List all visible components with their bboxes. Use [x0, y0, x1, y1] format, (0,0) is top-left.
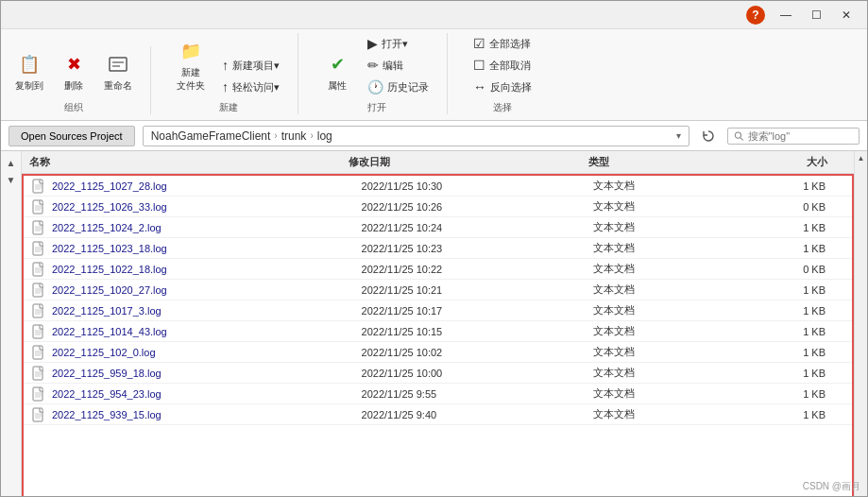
breadcrumb-part-1[interactable]: NoahGameFrameClient	[151, 129, 271, 143]
file-size: 1 KB	[748, 347, 844, 358]
open-sources-tab[interactable]: Open Sources Project	[9, 126, 135, 146]
copy-button[interactable]: 📋 复制到	[9, 46, 50, 97]
edit-button[interactable]: ✏ 编辑	[361, 55, 435, 76]
sidebar: ▲ ▼	[1, 151, 22, 497]
breadcrumb-sep-1: ›	[274, 130, 277, 141]
file-type: 文本文档	[593, 283, 748, 297]
new-item-icon: ↑	[222, 58, 229, 73]
close-button[interactable]: ✕	[833, 6, 859, 25]
file-type: 文本文档	[593, 262, 748, 276]
file-date: 2022/11/25 9:55	[362, 388, 594, 400]
ribbon: 📋 复制到 ✖ 删除 重命名 组织	[1, 29, 867, 121]
col-name-header[interactable]: 名称	[29, 155, 349, 169]
file-name: 2022_1125_1020_27.log	[52, 284, 362, 296]
file-size: 1 KB	[748, 222, 844, 233]
table-row[interactable]: 2022_1125_1023_18.log 2022/11/25 10:23 文…	[24, 238, 852, 259]
breadcrumb-part-3[interactable]: log	[317, 129, 332, 143]
file-name: 2022_1125_1014_43.log	[52, 326, 362, 337]
file-size: 1 KB	[748, 388, 844, 400]
properties-button[interactable]: ✔ 属性	[317, 46, 357, 97]
file-date: 2022/11/25 10:23	[362, 243, 594, 254]
rename-button[interactable]: 重命名	[97, 46, 139, 97]
col-size-header[interactable]: 大小	[748, 155, 847, 169]
ribbon-group-organize: 📋 复制到 ✖ 删除 重命名 组织	[9, 46, 151, 114]
select-all-button[interactable]: ☑ 全部选择	[467, 33, 538, 54]
file-size: 1 KB	[748, 284, 844, 296]
file-size: 1 KB	[748, 326, 844, 337]
ribbon-group-new: 📁 新建 文件夹 ↑ 新建项目▾ ↑ 轻松访问▾ 新建	[170, 33, 298, 114]
minimize-button[interactable]: —	[773, 6, 799, 25]
watermark: CSDN @画月	[803, 480, 860, 493]
sidebar-scroll-down[interactable]: ▼	[4, 172, 19, 187]
file-icon	[31, 366, 46, 381]
file-name: 2022_1125_1026_33.log	[52, 201, 362, 213]
file-type: 文本文档	[593, 241, 748, 255]
open-button[interactable]: ▶ 打开▾	[361, 33, 435, 54]
file-date: 2022/11/25 10:22	[362, 264, 594, 275]
table-row[interactable]: 2022_1125_1017_3.log 2022/11/25 10:17 文本…	[24, 300, 852, 321]
breadcrumb-part-2[interactable]: trunk	[281, 129, 307, 143]
table-row[interactable]: 2022_1125_1020_27.log 2022/11/25 10:21 文…	[24, 280, 852, 300]
col-type-header[interactable]: 类型	[588, 155, 748, 169]
file-icon	[31, 262, 46, 277]
file-name: 2022_1125_1017_3.log	[52, 305, 362, 317]
new-folder-button[interactable]: 📁 新建 文件夹	[170, 33, 212, 97]
table-row[interactable]: 2022_1125_1024_2.log 2022/11/25 10:24 文本…	[24, 217, 852, 238]
sidebar-scroll-up[interactable]: ▲	[4, 155, 19, 170]
file-type: 文本文档	[593, 179, 748, 193]
file-icon	[31, 179, 46, 194]
file-type: 文本文档	[593, 407, 748, 421]
file-icon	[31, 324, 46, 339]
new-buttons: 📁 新建 文件夹 ↑ 新建项目▾ ↑ 轻松访问▾	[170, 33, 286, 97]
easy-access-button[interactable]: ↑ 轻松访问▾	[215, 77, 286, 97]
file-date: 2022/11/25 10:24	[362, 222, 594, 233]
search-box	[727, 128, 859, 145]
easy-access-icon: ↑	[222, 79, 229, 94]
file-name: 2022_1125_959_18.log	[52, 368, 362, 379]
maximize-button[interactable]: ☐	[803, 6, 829, 25]
table-row[interactable]: 2022_1125_1022_18.log 2022/11/25 10:22 文…	[24, 259, 852, 280]
file-icon	[31, 241, 46, 256]
organize-buttons: 📋 复制到 ✖ 删除 重命名	[9, 46, 139, 97]
delete-button[interactable]: ✖ 删除	[54, 46, 94, 97]
file-date: 2022/11/25 10:21	[362, 284, 594, 296]
file-date: 2022/11/25 10:26	[362, 201, 594, 213]
table-row[interactable]: 2022_1125_1014_43.log 2022/11/25 10:15 文…	[24, 321, 852, 342]
file-date: 2022/11/25 10:17	[362, 305, 594, 317]
col-date-header[interactable]: 修改日期	[349, 155, 588, 169]
new-item-button[interactable]: ↑ 新建项目▾	[215, 55, 286, 76]
file-date: 2022/11/25 10:00	[362, 368, 594, 379]
file-icon	[31, 386, 46, 402]
new-folder-icon: 📁	[178, 38, 204, 64]
refresh-button[interactable]	[697, 125, 720, 147]
file-type: 文本文档	[593, 386, 748, 401]
table-row[interactable]: 2022_1125_939_15.log 2022/11/25 9:40 文本文…	[24, 404, 852, 425]
address-bar: Open Sources Project NoahGameFrameClient…	[1, 121, 867, 151]
file-icon	[31, 283, 46, 298]
file-icon	[31, 199, 46, 214]
rename-icon	[105, 51, 131, 77]
history-button[interactable]: 🕐 历史记录	[361, 77, 435, 97]
file-type: 文本文档	[593, 199, 748, 214]
table-row[interactable]: 2022_1125_1026_33.log 2022/11/25 10:26 文…	[24, 197, 852, 217]
file-type: 文本文档	[593, 220, 748, 234]
file-date: 2022/11/25 10:02	[362, 347, 594, 358]
file-date: 2022/11/25 10:30	[362, 180, 594, 192]
file-rows: 2022_1125_1027_28.log 2022/11/25 10:30 文…	[22, 174, 854, 497]
ribbon-group-select: ☑ 全部选择 ☐ 全部取消 ↔ 反向选择 选择	[467, 33, 550, 114]
invert-select-button[interactable]: ↔ 反向选择	[467, 77, 538, 97]
edit-icon: ✏	[367, 58, 379, 73]
breadcrumb-dropdown-icon[interactable]: ▾	[676, 130, 681, 141]
organize-label: 组织	[64, 101, 83, 114]
table-row[interactable]: 2022_1125_1027_28.log 2022/11/25 10:30 文…	[24, 176, 852, 197]
table-row[interactable]: 2022_1125_959_18.log 2022/11/25 10:00 文本…	[24, 363, 852, 384]
file-size: 1 KB	[748, 305, 844, 317]
title-bar-controls: ? — ☐ ✕	[746, 6, 859, 25]
table-row[interactable]: 2022_1125_954_23.log 2022/11/25 9:55 文本文…	[24, 384, 852, 404]
search-input[interactable]	[748, 130, 853, 142]
select-all-icon: ☑	[473, 36, 485, 51]
file-size: 0 KB	[748, 264, 844, 275]
table-row[interactable]: 2022_1125_102_0.log 2022/11/25 10:02 文本文…	[24, 342, 852, 363]
deselect-button[interactable]: ☐ 全部取消	[467, 55, 538, 76]
scroll-up-arrow[interactable]: ▲	[855, 151, 868, 165]
